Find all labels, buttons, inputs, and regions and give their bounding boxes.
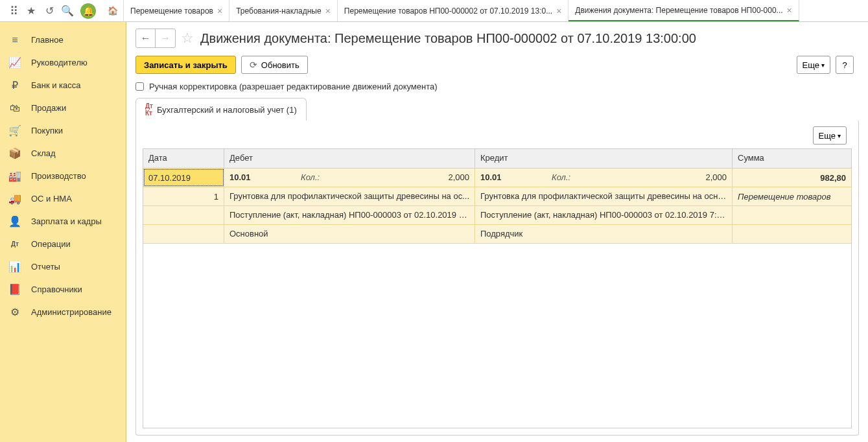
tab-3[interactable]: Движения документа: Перемещение товаров … bbox=[569, 0, 799, 21]
chevron-down-icon: ▾ bbox=[838, 132, 841, 139]
cell-sum: 982,80 bbox=[733, 169, 851, 187]
help-button[interactable]: ? bbox=[836, 56, 854, 74]
col-date[interactable]: Дата bbox=[143, 149, 224, 168]
credit-account: 10.01 bbox=[480, 172, 552, 182]
sidebar-item-salary[interactable]: 👤Зарплата и кадры bbox=[0, 210, 126, 233]
bell-icon[interactable]: 🔔 bbox=[80, 3, 96, 19]
grid-row[interactable]: Основной Подрядчик bbox=[143, 225, 851, 244]
sidebar-label: Руководителю bbox=[31, 58, 88, 67]
sidebar-item-purchases[interactable]: 🛒Покупки bbox=[0, 119, 126, 142]
sidebar-item-warehouse[interactable]: 📦Склад bbox=[0, 142, 126, 165]
ruble-icon: ₽ bbox=[8, 78, 22, 93]
sidebar-label: Главное bbox=[31, 35, 64, 45]
cell-empty bbox=[143, 206, 224, 224]
more-button[interactable]: Еще ▾ bbox=[797, 56, 830, 74]
content: ← → ☆ Движения документа: Перемещение то… bbox=[126, 22, 868, 442]
sidebar-label: Справочники bbox=[31, 285, 82, 294]
tab-label: Перемещение товаров НП00-000002 от 07.10… bbox=[344, 6, 552, 16]
book-icon: 📕 bbox=[8, 283, 22, 297]
sidebar-item-manager[interactable]: 📈Руководителю bbox=[0, 51, 126, 74]
col-debit[interactable]: Дебет bbox=[224, 149, 475, 168]
credit-qty: 2,000 bbox=[662, 172, 727, 182]
sidebar-item-production[interactable]: 🏭Производство bbox=[0, 165, 126, 187]
sidebar-label: Склад bbox=[31, 148, 56, 158]
accounting-tab[interactable]: ДтКт Бухгалтерский и налоговый учет (1) bbox=[135, 98, 307, 121]
sidebar-item-admin[interactable]: ⚙Администрирование bbox=[0, 301, 126, 323]
person-icon: 👤 bbox=[8, 215, 22, 229]
grid-row[interactable]: 07.10.2019 10.01 Кол.: 2,000 10.01 Кол.:… bbox=[143, 169, 851, 187]
sidebar-label: Администрирование bbox=[31, 307, 111, 317]
more-label: Еще bbox=[819, 131, 836, 141]
col-sum[interactable]: Сумма bbox=[733, 149, 851, 168]
cell-empty bbox=[143, 225, 224, 243]
tab-label: Движения документа: Перемещение товаров … bbox=[575, 6, 782, 15]
sidebar-item-sales[interactable]: 🛍Продажи bbox=[0, 97, 126, 119]
top-toolbar: ⠿ ★ ↺ 🔍 🔔 🏠 Перемещение товаров × Требов… bbox=[0, 0, 868, 22]
cell-debit: Поступление (акт, накладная) НП00-000003… bbox=[224, 206, 475, 224]
sidebar-item-bank[interactable]: ₽Банк и касса bbox=[0, 74, 126, 97]
sidebar-item-main[interactable]: ≡Главное bbox=[0, 29, 126, 51]
home-tab[interactable]: 🏠 bbox=[102, 0, 124, 21]
sidebar-item-refs[interactable]: 📕Справочники bbox=[0, 278, 126, 301]
sidebar-item-assets[interactable]: 🚚ОС и НМА bbox=[0, 187, 126, 210]
cell-credit: Грунтовка для профилактической защиты др… bbox=[475, 187, 733, 205]
close-icon[interactable]: × bbox=[217, 6, 222, 16]
sidebar-label: Банк и касса bbox=[31, 80, 81, 90]
cell-debit: 10.01 Кол.: 2,000 bbox=[224, 169, 475, 187]
close-icon[interactable]: × bbox=[787, 5, 792, 16]
dtkt-icon: ДтКт bbox=[145, 102, 153, 117]
cell-credit: Поступление (акт, накладная) НП00-000003… bbox=[475, 206, 733, 224]
manual-adjust-checkbox[interactable] bbox=[135, 82, 144, 91]
sidebar-label: Зарплата и кадры bbox=[31, 216, 102, 226]
tab-0[interactable]: Перемещение товаров × bbox=[124, 0, 229, 21]
sidebar-label: Операции bbox=[31, 239, 71, 249]
back-button[interactable]: ← bbox=[136, 29, 156, 47]
sidebar-label: ОС и НМА bbox=[31, 194, 72, 204]
forward-button[interactable]: → bbox=[156, 29, 175, 47]
box-icon: 📦 bbox=[8, 146, 22, 161]
sidebar-label: Отчеты bbox=[31, 262, 60, 272]
tab-2[interactable]: Перемещение товаров НП00-000002 от 07.10… bbox=[338, 0, 569, 21]
close-icon[interactable]: × bbox=[325, 6, 331, 16]
cell-operation: Перемещение товаров bbox=[733, 187, 851, 205]
chart-icon: 📈 bbox=[8, 56, 22, 70]
history-icon[interactable]: ↺ bbox=[40, 2, 58, 20]
debit-qty: 2,000 bbox=[405, 172, 469, 182]
postings-grid[interactable]: Дата Дебет Кредит Сумма 07.10.2019 10.01… bbox=[143, 148, 852, 428]
debit-account: 10.01 bbox=[229, 172, 301, 182]
qty-label: Кол.: bbox=[301, 172, 405, 182]
cell-debit: Грунтовка для профилактической защиты др… bbox=[224, 187, 475, 205]
col-credit[interactable]: Кредит bbox=[475, 149, 733, 168]
search-icon[interactable]: 🔍 bbox=[58, 2, 76, 20]
sidebar-item-reports[interactable]: 📊Отчеты bbox=[0, 255, 126, 278]
save-close-button[interactable]: Записать и закрыть bbox=[135, 56, 236, 74]
tab-label: Перемещение товаров bbox=[130, 6, 213, 16]
star-icon[interactable]: ★ bbox=[22, 2, 40, 20]
chevron-down-icon: ▾ bbox=[821, 62, 825, 69]
nav-buttons: ← → bbox=[135, 29, 176, 48]
qty-label: Кол.: bbox=[552, 172, 662, 182]
refresh-button[interactable]: ⟳Обновить bbox=[241, 56, 308, 74]
cell-debit: Основной bbox=[224, 225, 475, 243]
refresh-label: Обновить bbox=[261, 60, 299, 70]
sidebar: ≡Главное 📈Руководителю ₽Банк и касса 🛍Пр… bbox=[0, 22, 126, 442]
tab-1[interactable]: Требования-накладные × bbox=[229, 0, 338, 21]
truck-icon: 🚚 bbox=[8, 192, 22, 206]
grid-more-button[interactable]: Еще ▾ bbox=[813, 126, 847, 145]
cell-credit: Подрядчик bbox=[475, 225, 733, 243]
favorite-icon[interactable]: ☆ bbox=[181, 30, 194, 47]
sidebar-item-operations[interactable]: ДтОперации bbox=[0, 233, 126, 255]
grid-row[interactable]: Поступление (акт, накладная) НП00-000003… bbox=[143, 206, 851, 225]
cell-empty bbox=[733, 225, 851, 243]
checkbox-label: Ручная корректировка (разрешает редактир… bbox=[149, 82, 438, 91]
bag-icon: 🛍 bbox=[8, 101, 22, 115]
dtkt-icon: Дт bbox=[8, 237, 22, 251]
sidebar-label: Продажи bbox=[31, 103, 66, 113]
apps-icon[interactable]: ⠿ bbox=[4, 2, 22, 20]
inner-tab-label: Бухгалтерский и налоговый учет (1) bbox=[157, 105, 297, 115]
grid-row[interactable]: 1 Грунтовка для профилактической защиты … bbox=[143, 187, 851, 206]
cell-empty bbox=[733, 206, 851, 224]
close-icon[interactable]: × bbox=[556, 6, 561, 16]
page-title: Движения документа: Перемещение товаров … bbox=[200, 31, 696, 46]
cell-date[interactable]: 07.10.2019 bbox=[143, 169, 224, 187]
